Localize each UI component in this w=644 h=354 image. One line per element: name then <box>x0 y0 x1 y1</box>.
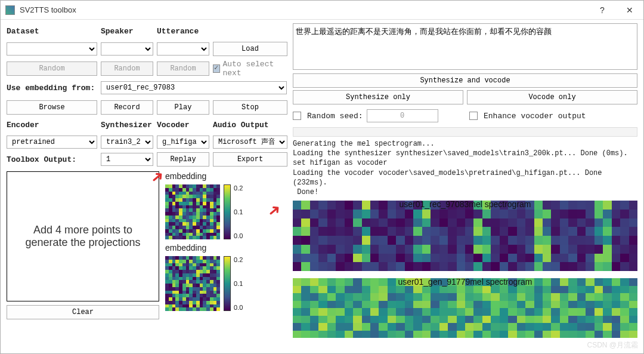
seed-input[interactable] <box>367 109 438 122</box>
enhance-label: Enhance vocoder output <box>484 112 586 121</box>
audio-output-select[interactable]: Microsoft 声音映 <box>213 136 287 149</box>
auto-select-label: Auto select next <box>222 60 287 78</box>
stop-button[interactable]: Stop <box>213 100 287 115</box>
mel-spectrogram-gen <box>293 278 637 338</box>
progress-bar <box>293 127 637 137</box>
mel-spectrogram-rec <box>293 201 637 271</box>
random-seed-label: Random seed: <box>307 112 363 121</box>
toolbox-output-label: Toolbox Output: <box>7 155 97 164</box>
window-title: SV2TTS toolbox <box>20 5 589 14</box>
spectro-title-bottom: user01_gen_91779mel spectrogram <box>293 277 637 287</box>
audio-output-label: Audio Output <box>213 121 287 130</box>
speaker-random-button[interactable]: Random <box>101 61 153 76</box>
use-embedding-label: Use embedding from: <box>7 84 97 93</box>
embedding-label-2: embedding <box>165 243 243 253</box>
synthesizer-label: Synthesizer <box>101 121 153 130</box>
encoder-label: Encoder <box>7 121 97 130</box>
encoder-select[interactable]: pretrained <box>7 136 97 149</box>
spectro-title-top: user01_rec_97083mel spectrogram <box>293 199 637 209</box>
synthesizer-select[interactable]: train3_20 <box>101 136 153 149</box>
play-button[interactable]: Play <box>157 100 209 115</box>
colorbar-2 <box>224 256 231 311</box>
vocode-only-button[interactable]: Vocode only <box>467 90 637 104</box>
dataset-label: Dataset <box>7 27 97 36</box>
embedding-label-1: embedding <box>165 171 243 181</box>
embedding-select[interactable]: user01_rec_97083 <box>101 81 287 94</box>
random-seed-checkbox[interactable] <box>293 112 301 120</box>
enhance-checkbox[interactable] <box>469 112 478 120</box>
app-icon <box>5 5 15 15</box>
colorbar-1 <box>224 184 231 239</box>
utterance-random-button[interactable]: Random <box>157 61 209 76</box>
watermark: CSDN @月流霜 <box>587 340 638 350</box>
load-button[interactable]: Load <box>213 42 287 56</box>
clear-button[interactable]: Clear <box>7 305 159 319</box>
vocoder-select[interactable]: g_hifiga <box>157 136 209 149</box>
close-button[interactable]: ✕ <box>616 1 643 20</box>
embedding-heatmap-1 <box>165 184 220 239</box>
utterance-select[interactable] <box>157 42 209 56</box>
log-output: Generating the mel spectrogram... Loadin… <box>293 139 637 197</box>
vocoder-label: Vocoder <box>157 121 209 130</box>
speaker-select[interactable] <box>101 42 153 56</box>
dataset-random-button[interactable]: Random <box>7 61 97 76</box>
record-button[interactable]: Record <box>101 100 153 115</box>
speaker-label: Speaker <box>101 27 153 36</box>
projection-plot: Add 4 more points to generate the projec… <box>7 171 159 301</box>
utterance-label: Utterance <box>157 27 209 36</box>
embedding-heatmap-2 <box>165 256 220 311</box>
synth-vocode-button[interactable]: Synthesize and vocode <box>293 73 637 88</box>
auto-select-checkbox[interactable] <box>213 64 220 73</box>
replay-button[interactable]: Replay <box>157 152 209 167</box>
browse-button[interactable]: Browse <box>7 100 97 115</box>
export-button[interactable]: Export <box>213 152 287 167</box>
synth-only-button[interactable]: Synthesize only <box>293 90 463 104</box>
dataset-select[interactable] <box>7 42 97 56</box>
toolbox-output-select[interactable]: 1 <box>101 153 153 166</box>
text-input[interactable] <box>293 23 637 70</box>
help-button[interactable]: ? <box>589 1 616 20</box>
